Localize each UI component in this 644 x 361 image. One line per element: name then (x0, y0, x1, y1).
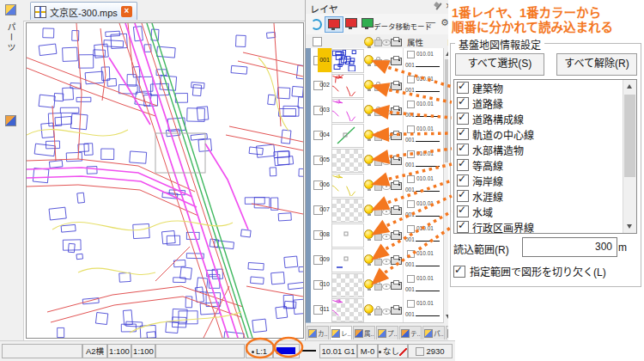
layer-thumbnail[interactable] (331, 149, 364, 173)
eye-icon[interactable] (382, 159, 391, 165)
bulb-icon[interactable] (364, 180, 374, 189)
layer-thumbnail[interactable] (331, 223, 364, 248)
bulb-icon[interactable] (364, 304, 374, 314)
status-paper-size[interactable]: A2横 (82, 344, 107, 358)
layer-thumbnail[interactable] (331, 248, 364, 272)
bulb-icon[interactable] (364, 205, 374, 214)
status-current-layer[interactable]: L:1 (246, 344, 273, 358)
feature-checkbox[interactable] (457, 97, 469, 109)
eye-icon[interactable] (382, 284, 391, 290)
map-canvas[interactable] (26, 22, 304, 339)
printer-icon[interactable] (391, 157, 402, 165)
printer-icon[interactable] (391, 207, 402, 215)
layer-row[interactable]: 006010.01001 (306, 173, 443, 199)
feature-checkbox[interactable] (457, 221, 469, 233)
attribute-cell[interactable]: 010.01001 (403, 148, 443, 173)
lock-icon[interactable] (374, 259, 382, 266)
layer-thumbnail[interactable] (331, 49, 364, 73)
select-all-button[interactable]: すべて選択(S) (455, 53, 544, 76)
feature-checkbox[interactable] (457, 159, 469, 171)
tab-palette-2[interactable]: 属.. (353, 326, 375, 340)
layer-row[interactable]: 009010.01001 (306, 248, 443, 273)
attribute-checkbox[interactable] (407, 300, 415, 308)
feature-checkbox[interactable] (457, 113, 469, 125)
attribute-cell[interactable]: 010.01001 (403, 173, 443, 198)
feature-list-item[interactable]: 海岸線 (457, 173, 610, 188)
tab-palette-0[interactable]: カ.. (307, 326, 329, 340)
tab-palette-1-layer[interactable]: レ.. (330, 326, 352, 340)
feature-list-item[interactable]: 水涯線 (457, 188, 610, 204)
layer-thumbnail[interactable] (331, 199, 364, 223)
attribute-cell[interactable]: 010.01001 (403, 98, 443, 123)
printer-icon[interactable] (391, 232, 402, 240)
feature-list-item[interactable]: 建築物 (457, 80, 610, 95)
bulb-icon[interactable] (364, 37, 374, 46)
eye-icon[interactable] (382, 84, 391, 90)
document-tab[interactable]: 文京区-300.mps × (30, 2, 137, 20)
monitor-red-button-selected[interactable] (325, 16, 343, 33)
lock-icon[interactable] (374, 84, 382, 91)
attribute-checkbox[interactable] (407, 250, 415, 258)
bulb-icon[interactable] (364, 80, 374, 89)
tab-palette-5[interactable]: パ.. (422, 326, 445, 340)
printer-icon[interactable] (391, 282, 402, 290)
eye-icon[interactable] (382, 40, 391, 46)
layer-row[interactable]: 002010.01001 (306, 73, 443, 99)
bulb-icon[interactable] (364, 254, 374, 264)
lock-icon[interactable] (374, 109, 382, 116)
eye-icon[interactable] (382, 134, 391, 140)
clear-all-button[interactable]: すべて解除(R) (556, 53, 637, 76)
feature-list-item[interactable]: 水域 (457, 204, 610, 219)
layer-thumbnail[interactable] (331, 99, 364, 123)
feature-list-item[interactable]: 道路縁 (457, 95, 610, 111)
printer-icon[interactable] (391, 132, 402, 140)
lock-icon[interactable] (374, 284, 382, 291)
printer-icon[interactable] (391, 58, 402, 65)
eye-icon[interactable] (382, 259, 391, 265)
lock-icon[interactable] (374, 234, 382, 241)
eye-icon[interactable] (382, 184, 391, 190)
feature-checkbox[interactable] (457, 82, 469, 94)
attribute-checkbox[interactable] (407, 225, 415, 233)
layer-thumbnail[interactable] (331, 174, 364, 198)
minimize-icon[interactable]: — (426, 16, 435, 27)
status-scale-2[interactable]: 1:100 (131, 344, 155, 358)
feature-list-item[interactable]: 行政区画界線 (457, 219, 610, 234)
lock-icon[interactable] (374, 309, 382, 315)
layer-thumbnail[interactable] (331, 273, 364, 297)
bulb-icon[interactable] (364, 105, 374, 114)
lock-icon[interactable] (374, 40, 382, 46)
attribute-cell[interactable]: 010.01001 (403, 297, 443, 322)
feature-list-item[interactable]: 等高線 (457, 157, 610, 173)
layer-row[interactable]: 003010.01001 (306, 98, 443, 124)
layer-row[interactable]: 004010.01001 (306, 123, 443, 149)
printer-icon[interactable] (391, 107, 402, 115)
layer-thumbnail[interactable] (331, 298, 364, 322)
attribute-cell[interactable]: 010.01001 (403, 248, 443, 272)
layer-row[interactable]: 010010.01001 (306, 272, 443, 298)
lock-icon[interactable] (374, 159, 382, 166)
clip-checkbox[interactable] (453, 266, 465, 278)
eye-icon[interactable] (382, 109, 391, 115)
feature-list-item[interactable]: 道路構成線 (457, 111, 610, 126)
attribute-cell[interactable]: 010.01001 (403, 223, 443, 248)
attribute-cell[interactable]: 010.01001 (403, 123, 443, 148)
layer-thumbnail[interactable] (331, 74, 364, 98)
refresh-icon[interactable] (311, 19, 322, 30)
status-scale-1[interactable]: 1:100 (107, 344, 131, 358)
lock-icon[interactable] (374, 184, 382, 191)
bulb-icon[interactable] (364, 155, 374, 164)
eye-icon[interactable] (382, 309, 391, 315)
scrollbar-thumb[interactable] (624, 95, 635, 177)
bulb-icon[interactable] (364, 229, 374, 239)
attribute-checkbox[interactable] (407, 275, 415, 283)
printer-icon[interactable] (391, 257, 402, 265)
attribute-checkbox[interactable] (407, 200, 415, 208)
status-pen-none[interactable]: なし (378, 344, 408, 358)
layer-row[interactable]: 001010.01001 (306, 48, 443, 74)
range-input[interactable]: 300 (522, 237, 617, 257)
status-current-color[interactable] (273, 344, 300, 358)
printer-icon[interactable] (391, 83, 402, 90)
feature-list-item[interactable]: 軌道の中心線 (457, 126, 610, 142)
feature-checkbox[interactable] (457, 205, 469, 217)
